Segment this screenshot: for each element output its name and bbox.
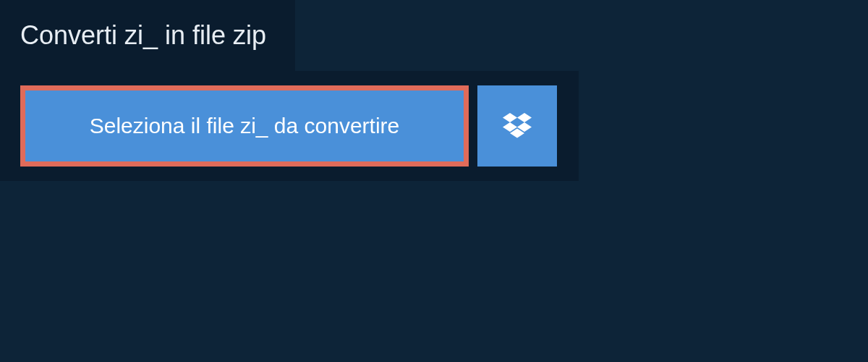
tab-header: Converti zi_ in file zip <box>0 0 295 71</box>
dropbox-button[interactable] <box>477 85 557 167</box>
select-file-button[interactable]: Seleziona il file zi_ da convertire <box>20 85 469 167</box>
page-title: Converti zi_ in file zip <box>20 20 266 51</box>
dropbox-icon <box>503 113 532 139</box>
content-panel: Seleziona il file zi_ da convertire <box>0 71 579 181</box>
select-file-button-label: Seleziona il file zi_ da convertire <box>90 114 400 138</box>
button-row: Seleziona il file zi_ da convertire <box>20 85 564 167</box>
